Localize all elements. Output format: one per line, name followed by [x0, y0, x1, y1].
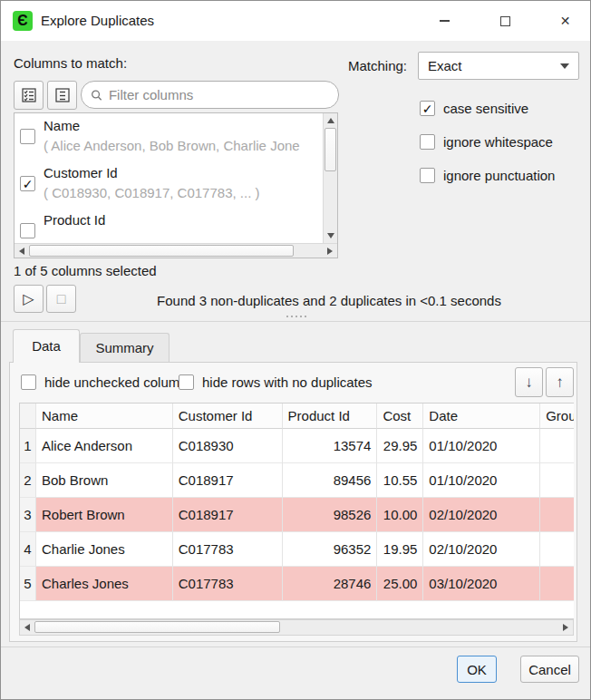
ignore-punctuation-checkbox[interactable] — [420, 168, 435, 183]
header-cell-cost[interactable]: Cost — [377, 403, 423, 429]
cell-product-id[interactable]: 28746 — [283, 567, 378, 601]
scroll-left-arrow-icon[interactable] — [15, 244, 29, 258]
row-number-cell: 5 — [20, 567, 36, 601]
columns-list: Name ( Alice Anderson, Bob Brown, Charli… — [14, 112, 338, 258]
run-button[interactable]: ▷ — [14, 285, 44, 313]
column-checkbox[interactable]: ✓ — [20, 176, 35, 191]
cell-cost[interactable]: 29.95 — [377, 429, 423, 463]
scroll-up-arrow-icon[interactable] — [324, 113, 338, 128]
tab-summary[interactable]: Summary — [80, 333, 170, 362]
filter-columns-input[interactable] — [109, 87, 329, 102]
column-item-name[interactable]: Name ( Alice Anderson, Bob Brown, Charli… — [15, 113, 323, 160]
column-name: Name — [44, 118, 80, 133]
cell-name[interactable]: Bob Brown — [36, 463, 173, 498]
check-all-columns-button[interactable] — [14, 81, 44, 110]
table-row[interactable]: 3 Robert Brown C018917 98526 10.00 02/10… — [20, 498, 574, 532]
uncheck-all-columns-button[interactable] — [47, 81, 77, 110]
maximize-icon — [500, 16, 510, 26]
header-cell-date[interactable]: Date — [423, 403, 540, 429]
cell-group[interactable] — [540, 429, 574, 463]
case-sensitive-option: ✓ case sensitive — [420, 101, 528, 116]
row-number-cell: 3 — [20, 498, 36, 532]
data-table: Name Customer Id Product Id Cost Date Gr… — [19, 403, 574, 619]
cell-cost[interactable]: 10.55 — [377, 463, 423, 498]
scroll-left-arrow-icon[interactable] — [20, 620, 34, 635]
scrollbar-thumb[interactable] — [325, 128, 336, 171]
columns-horizontal-scrollbar[interactable] — [15, 243, 337, 258]
splitter-handle[interactable] — [278, 314, 315, 318]
cell-date[interactable]: 02/10/2020 — [423, 532, 540, 567]
cell-product-id[interactable]: 13574 — [283, 429, 378, 463]
scroll-right-arrow-icon[interactable] — [323, 244, 337, 258]
table-row[interactable]: 4 Charlie Jones C017783 96352 19.95 02/1… — [20, 532, 574, 567]
header-cell-customer-id[interactable]: Customer Id — [173, 403, 283, 429]
arrow-down-icon: ↓ — [525, 374, 533, 390]
ignore-whitespace-checkbox[interactable] — [420, 134, 435, 150]
cell-group[interactable] — [540, 567, 574, 601]
hide-unchecked-columns-option: hide unchecked columns — [21, 374, 194, 390]
hide-rows-no-duplicates-label: hide rows with no duplicates — [202, 374, 373, 390]
cell-product-id[interactable]: 98526 — [283, 498, 378, 532]
ok-button[interactable]: OK — [457, 656, 497, 683]
move-up-button[interactable]: ↑ — [546, 367, 574, 397]
cell-date[interactable]: 03/10/2020 — [423, 567, 540, 601]
cell-date[interactable]: 01/10/2020 — [423, 429, 540, 463]
cell-group[interactable] — [540, 532, 574, 567]
cell-customer-id[interactable]: C018930 — [173, 429, 283, 463]
cancel-button[interactable]: Cancel — [520, 656, 579, 683]
scroll-right-arrow-icon[interactable] — [558, 620, 573, 635]
cell-cost[interactable]: 25.00 — [377, 567, 423, 601]
cell-name[interactable]: Alice Anderson — [36, 429, 173, 463]
tab-data[interactable]: Data — [13, 329, 80, 363]
header-cell-group[interactable]: Group — [540, 403, 574, 429]
table-row[interactable]: 1 Alice Anderson C018930 13574 29.95 01/… — [20, 429, 574, 463]
matching-selected-value: Exact — [428, 58, 462, 73]
columns-vertical-scrollbar[interactable] — [323, 113, 337, 243]
cell-cost[interactable]: 19.95 — [377, 532, 423, 567]
header-cell-name[interactable]: Name — [36, 403, 173, 429]
cell-date[interactable]: 01/10/2020 — [423, 463, 540, 498]
hide-rows-no-duplicates-checkbox[interactable] — [179, 374, 194, 390]
header-corner-cell — [20, 403, 36, 429]
table-row[interactable]: 2 Bob Brown C018917 89456 10.55 01/10/20… — [20, 463, 574, 498]
maximize-button[interactable] — [485, 1, 526, 41]
cell-name[interactable]: Robert Brown — [36, 498, 173, 532]
selection-summary: 1 of 5 columns selected — [14, 263, 157, 278]
minimize-icon — [440, 20, 450, 22]
table-horizontal-scrollbar[interactable] — [19, 619, 574, 636]
cell-name[interactable]: Charles Jones — [36, 567, 173, 601]
cell-product-id[interactable]: 96352 — [283, 532, 378, 567]
close-button[interactable]: ✕ — [545, 1, 586, 41]
move-down-button[interactable]: ↓ — [515, 367, 543, 397]
cell-customer-id[interactable]: C018917 — [173, 498, 283, 532]
minimize-button[interactable] — [424, 1, 465, 41]
column-preview: ( C018930, C018917, C017783, ... ) — [44, 185, 321, 200]
ignore-whitespace-option: ignore whitespace — [420, 134, 553, 150]
table-row[interactable]: 5 Charles Jones C017783 28746 25.00 03/1… — [20, 567, 574, 601]
scrollbar-thumb[interactable] — [29, 245, 294, 257]
cell-customer-id[interactable]: C017783 — [173, 532, 283, 567]
columns-to-match-label: Columns to match: — [14, 55, 127, 71]
header-cell-product-id[interactable]: Product Id — [283, 403, 378, 429]
hide-unchecked-columns-checkbox[interactable] — [21, 374, 36, 390]
cell-date[interactable]: 02/10/2020 — [423, 498, 540, 532]
case-sensitive-checkbox[interactable]: ✓ — [420, 101, 435, 116]
arrow-up-icon: ↑ — [556, 374, 564, 390]
cell-cost[interactable]: 10.00 — [377, 498, 423, 532]
column-checkbox[interactable] — [20, 129, 35, 144]
matching-select[interactable]: Exact — [418, 52, 579, 80]
scroll-down-arrow-icon[interactable] — [324, 228, 338, 243]
cell-product-id[interactable]: 89456 — [283, 463, 378, 498]
cell-customer-id[interactable]: C018917 — [173, 463, 283, 498]
scrollbar-thumb[interactable] — [34, 621, 280, 633]
cell-group[interactable] — [540, 463, 574, 498]
cell-group[interactable] — [540, 498, 574, 532]
row-number-cell: 2 — [20, 463, 36, 498]
stop-button[interactable]: □ — [46, 285, 76, 313]
column-checkbox[interactable] — [20, 223, 35, 238]
table-header-row: Name Customer Id Product Id Cost Date Gr… — [20, 403, 574, 429]
cell-customer-id[interactable]: C017783 — [173, 567, 283, 601]
column-item-customer-id[interactable]: ✓ Customer Id ( C018930, C018917, C01778… — [15, 160, 323, 208]
app-logo-icon: Є — [13, 11, 33, 31]
cell-name[interactable]: Charlie Jones — [36, 532, 173, 567]
